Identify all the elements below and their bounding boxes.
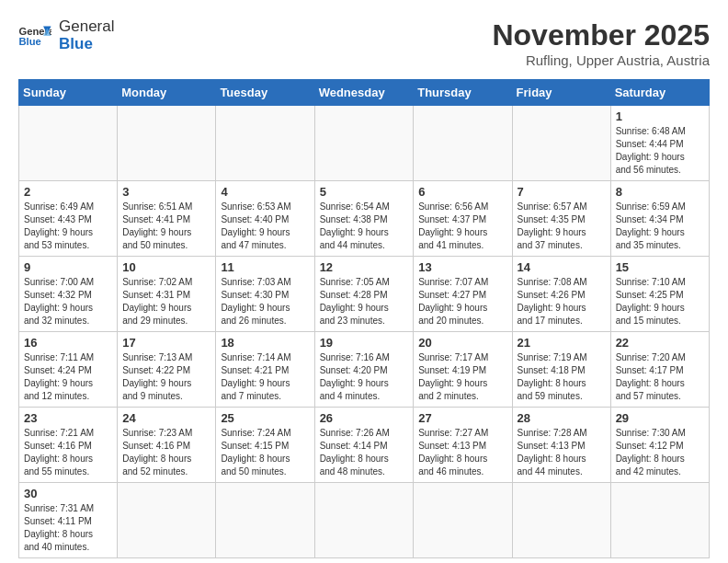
day-info: Sunrise: 7:05 AMSunset: 4:28 PMDaylight:…: [320, 276, 409, 327]
day-number: 29: [616, 411, 704, 425]
logo: General Blue General Blue: [18, 18, 114, 52]
day-cell: 18Sunrise: 7:14 AMSunset: 4:21 PMDayligh…: [216, 332, 314, 408]
week-row-4: 23Sunrise: 7:21 AMSunset: 4:16 PMDayligh…: [19, 408, 710, 483]
day-info: Sunrise: 7:20 AMSunset: 4:17 PMDaylight:…: [616, 351, 704, 403]
day-cell: [610, 483, 709, 558]
day-cell: 25Sunrise: 7:24 AMSunset: 4:15 PMDayligh…: [216, 408, 314, 483]
day-info: Sunrise: 7:19 AMSunset: 4:18 PMDaylight:…: [518, 351, 606, 403]
day-cell: 5Sunrise: 6:54 AMSunset: 4:38 PMDaylight…: [314, 181, 414, 257]
day-cell: 22Sunrise: 7:20 AMSunset: 4:17 PMDayligh…: [610, 332, 709, 408]
day-cell: 1Sunrise: 6:48 AMSunset: 4:44 PMDaylight…: [610, 106, 709, 181]
day-info: Sunrise: 7:17 AMSunset: 4:19 PMDaylight:…: [418, 351, 506, 403]
day-number: 8: [616, 185, 704, 199]
day-number: 23: [24, 411, 112, 425]
day-cell: 11Sunrise: 7:03 AMSunset: 4:30 PMDayligh…: [216, 257, 314, 332]
day-info: Sunrise: 7:31 AMSunset: 4:11 PMDaylight:…: [24, 502, 112, 554]
day-info: Sunrise: 7:10 AMSunset: 4:25 PMDaylight:…: [616, 276, 704, 327]
day-info: Sunrise: 7:24 AMSunset: 4:15 PMDaylight:…: [221, 427, 309, 478]
day-number: 30: [24, 487, 112, 500]
day-cell: 3Sunrise: 6:51 AMSunset: 4:41 PMDaylight…: [118, 181, 216, 257]
day-cell: 10Sunrise: 7:02 AMSunset: 4:31 PMDayligh…: [118, 257, 216, 332]
day-cell: 8Sunrise: 6:59 AMSunset: 4:34 PMDaylight…: [610, 181, 709, 257]
day-cell: [118, 106, 216, 181]
logo-icon: General Blue: [18, 23, 51, 49]
day-info: Sunrise: 7:07 AMSunset: 4:27 PMDaylight:…: [418, 276, 506, 327]
day-info: Sunrise: 7:16 AMSunset: 4:20 PMDaylight:…: [320, 351, 409, 403]
header-cell-friday: Friday: [512, 80, 610, 106]
calendar-table: SundayMondayTuesdayWednesdayThursdayFrid…: [18, 79, 710, 558]
day-cell: 28Sunrise: 7:28 AMSunset: 4:13 PMDayligh…: [512, 408, 610, 483]
day-info: Sunrise: 6:53 AMSunset: 4:40 PMDaylight:…: [221, 201, 309, 252]
day-number: 10: [122, 260, 210, 274]
day-info: Sunrise: 6:54 AMSunset: 4:38 PMDaylight:…: [320, 201, 409, 252]
month-title: November 2025: [492, 18, 710, 52]
location: Rufling, Upper Austria, Austria: [492, 52, 710, 68]
day-cell: 2Sunrise: 6:49 AMSunset: 4:43 PMDaylight…: [19, 181, 118, 257]
week-row-0: 1Sunrise: 6:48 AMSunset: 4:44 PMDaylight…: [19, 106, 710, 181]
day-number: 6: [418, 185, 506, 199]
day-number: 16: [24, 336, 112, 350]
day-cell: 14Sunrise: 7:08 AMSunset: 4:26 PMDayligh…: [512, 257, 610, 332]
day-number: 19: [320, 336, 409, 350]
day-number: 7: [518, 185, 606, 199]
day-number: 15: [616, 260, 704, 274]
week-row-3: 16Sunrise: 7:11 AMSunset: 4:24 PMDayligh…: [19, 332, 710, 408]
day-number: 24: [122, 411, 210, 425]
day-info: Sunrise: 7:21 AMSunset: 4:16 PMDaylight:…: [24, 427, 112, 478]
header-cell-tuesday: Tuesday: [216, 80, 314, 106]
title-block: November 2025 Rufling, Upper Austria, Au…: [492, 18, 710, 68]
day-info: Sunrise: 7:14 AMSunset: 4:21 PMDaylight:…: [221, 351, 309, 403]
day-info: Sunrise: 6:57 AMSunset: 4:35 PMDaylight:…: [518, 201, 606, 252]
page-header: General Blue General Blue November 2025 …: [18, 18, 710, 68]
day-number: 14: [518, 260, 606, 274]
day-info: Sunrise: 7:26 AMSunset: 4:14 PMDaylight:…: [320, 427, 409, 478]
day-cell: 26Sunrise: 7:26 AMSunset: 4:14 PMDayligh…: [314, 408, 414, 483]
day-info: Sunrise: 7:23 AMSunset: 4:16 PMDaylight:…: [122, 427, 210, 478]
day-info: Sunrise: 7:28 AMSunset: 4:13 PMDaylight:…: [518, 427, 606, 478]
day-number: 12: [320, 260, 409, 274]
day-cell: 13Sunrise: 7:07 AMSunset: 4:27 PMDayligh…: [414, 257, 512, 332]
day-cell: 27Sunrise: 7:27 AMSunset: 4:13 PMDayligh…: [414, 408, 512, 483]
day-info: Sunrise: 7:11 AMSunset: 4:24 PMDaylight:…: [24, 351, 112, 403]
day-cell: [314, 483, 414, 558]
header-row: SundayMondayTuesdayWednesdayThursdayFrid…: [19, 80, 710, 106]
day-number: 26: [320, 411, 409, 425]
day-info: Sunrise: 7:00 AMSunset: 4:32 PMDaylight:…: [24, 276, 112, 327]
day-info: Sunrise: 7:08 AMSunset: 4:26 PMDaylight:…: [518, 276, 606, 327]
day-number: 13: [418, 260, 506, 274]
header-cell-thursday: Thursday: [414, 80, 512, 106]
day-info: Sunrise: 7:27 AMSunset: 4:13 PMDaylight:…: [418, 427, 506, 478]
day-number: 27: [418, 411, 506, 425]
header-cell-wednesday: Wednesday: [314, 80, 414, 106]
day-number: 9: [24, 260, 112, 274]
day-number: 21: [518, 336, 606, 350]
calendar-body: 1Sunrise: 6:48 AMSunset: 4:44 PMDaylight…: [19, 106, 710, 558]
day-cell: 30Sunrise: 7:31 AMSunset: 4:11 PMDayligh…: [19, 483, 118, 558]
day-cell: [414, 106, 512, 181]
day-cell: 4Sunrise: 6:53 AMSunset: 4:40 PMDaylight…: [216, 181, 314, 257]
day-info: Sunrise: 6:59 AMSunset: 4:34 PMDaylight:…: [616, 201, 704, 252]
day-cell: 29Sunrise: 7:30 AMSunset: 4:12 PMDayligh…: [610, 408, 709, 483]
day-cell: 7Sunrise: 6:57 AMSunset: 4:35 PMDaylight…: [512, 181, 610, 257]
day-info: Sunrise: 6:56 AMSunset: 4:37 PMDaylight:…: [418, 201, 506, 252]
day-cell: 23Sunrise: 7:21 AMSunset: 4:16 PMDayligh…: [19, 408, 118, 483]
day-cell: 21Sunrise: 7:19 AMSunset: 4:18 PMDayligh…: [512, 332, 610, 408]
header-cell-saturday: Saturday: [610, 80, 709, 106]
day-cell: 16Sunrise: 7:11 AMSunset: 4:24 PMDayligh…: [19, 332, 118, 408]
day-number: 25: [221, 411, 309, 425]
week-row-5: 30Sunrise: 7:31 AMSunset: 4:11 PMDayligh…: [19, 483, 710, 558]
day-number: 11: [221, 260, 309, 274]
day-number: 28: [518, 411, 606, 425]
day-cell: 20Sunrise: 7:17 AMSunset: 4:19 PMDayligh…: [414, 332, 512, 408]
day-cell: [19, 106, 118, 181]
day-cell: 6Sunrise: 6:56 AMSunset: 4:37 PMDaylight…: [414, 181, 512, 257]
day-number: 4: [221, 185, 309, 199]
day-number: 18: [221, 336, 309, 350]
week-row-2: 9Sunrise: 7:00 AMSunset: 4:32 PMDaylight…: [19, 257, 710, 332]
day-info: Sunrise: 6:49 AMSunset: 4:43 PMDaylight:…: [24, 201, 112, 252]
day-cell: [118, 483, 216, 558]
day-info: Sunrise: 7:30 AMSunset: 4:12 PMDaylight:…: [616, 427, 704, 478]
day-cell: [216, 106, 314, 181]
header-cell-sunday: Sunday: [19, 80, 118, 106]
day-number: 2: [24, 185, 112, 199]
